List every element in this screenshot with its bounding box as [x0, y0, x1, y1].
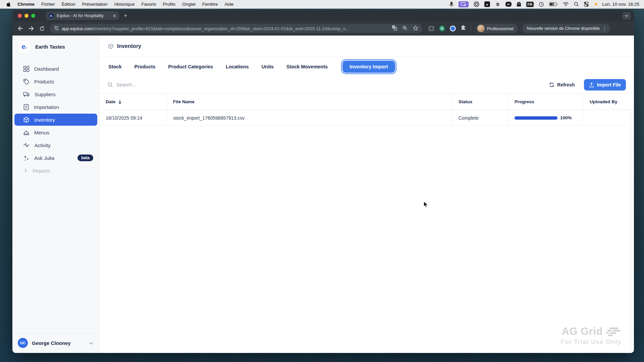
menu-edition[interactable]: Édition	[62, 2, 75, 7]
mouse-cursor	[423, 201, 428, 208]
sidebar-item-dashboard[interactable]: Dashboard	[14, 63, 97, 75]
close-window-button[interactable]	[18, 14, 22, 18]
cell-status: Complete	[452, 110, 508, 126]
vertical-scrollbar[interactable]	[630, 110, 634, 353]
column-header-uploaded-by[interactable]: Uploaded By	[584, 94, 634, 110]
search-input[interactable]	[116, 82, 204, 87]
user-avatar: GC	[18, 338, 28, 348]
chrome-update-chip[interactable]: Nouvelle version de Chrome disponible ⋮	[522, 24, 610, 33]
tab-stock-movements[interactable]: Stock Movements	[286, 64, 328, 69]
menu-fenetre[interactable]: Fenêtre	[202, 2, 218, 7]
url-domain: app.eqolux.com	[62, 26, 93, 31]
back-button[interactable]	[16, 24, 25, 33]
menu-onglet[interactable]: Onglet	[182, 2, 196, 7]
menu-fichier[interactable]: Fichier	[41, 2, 55, 7]
update-chip-label: Nouvelle version de Chrome disponible	[527, 26, 600, 31]
grid-controls: Refresh Import File	[100, 76, 634, 93]
dashboard-grid-icon	[23, 66, 30, 72]
main-content: Inventory Stock Products Product Categor…	[100, 36, 634, 353]
menu-historique[interactable]: Historique	[114, 2, 135, 7]
pulse-icon	[23, 143, 30, 147]
chrome-menu-icon[interactable]: ⋮	[602, 26, 607, 31]
screen-recorder-extension-icon[interactable]	[428, 26, 434, 31]
sidebar-item-reports[interactable]: Reports	[14, 165, 97, 177]
grammarly-extension-icon[interactable]: G	[439, 25, 445, 32]
tab-strip: e. Eqolux - AI for Hospitality ✕ +	[12, 10, 634, 21]
import-file-label: Import File	[597, 82, 621, 87]
sidebar-item-inventory[interactable]: Inventory	[14, 114, 97, 126]
sidebar-item-label: Inventory	[34, 117, 55, 123]
forward-button[interactable]	[26, 24, 36, 33]
column-header-date[interactable]: Date	[100, 94, 167, 110]
menu-favoris[interactable]: Favoris	[141, 2, 156, 7]
input-source-badge[interactable]: FR	[526, 2, 534, 7]
import-file-button[interactable]: Import File	[584, 79, 626, 90]
url-text[interactable]: app.eqolux.com/inventory?supplier_profil…	[62, 26, 389, 31]
tab-search-button[interactable]	[623, 12, 631, 19]
ghost-app-icon[interactable]	[517, 1, 521, 7]
watermark-subtitle: For Trial Use Only	[560, 338, 621, 346]
extensions-puzzle-icon[interactable]	[461, 25, 466, 32]
translate-icon[interactable]: G文	[392, 25, 397, 32]
menu-presentation[interactable]: Présentation	[82, 2, 108, 7]
sidebar-item-ask-julia[interactable]: Ask Julia beta	[14, 152, 97, 164]
tab-products[interactable]: Products	[135, 64, 156, 69]
site-settings-icon[interactable]	[54, 25, 59, 32]
zoom-window-button[interactable]	[31, 14, 35, 18]
new-tab-button[interactable]: +	[124, 12, 127, 19]
menubar-clock[interactable]: Lun. 10 nov. 16:25	[602, 2, 639, 7]
tab-stock[interactable]: Stock	[108, 64, 122, 69]
sidebar-item-label: Reports	[33, 168, 50, 174]
table-row[interactable]: 16/10/2025 09:14 stock_import_1760598857…	[100, 110, 634, 126]
tab-locations[interactable]: Locations	[226, 64, 249, 69]
user-name: George Clooney	[32, 340, 71, 346]
sidebar-item-menus[interactable]: Menus	[14, 126, 97, 138]
refresh-icon	[549, 82, 554, 87]
minimize-window-button[interactable]	[24, 14, 29, 18]
tab-product-categories[interactable]: Product Categories	[168, 64, 213, 69]
sidebar-item-suppliers[interactable]: Suppliers	[14, 88, 97, 100]
circled-o-icon[interactable]	[474, 1, 479, 7]
triangle-app-icon[interactable]: ▲	[484, 1, 490, 7]
reload-button[interactable]	[37, 24, 47, 33]
tab-units[interactable]: Units	[262, 64, 274, 69]
refresh-button[interactable]: Refresh	[546, 80, 578, 89]
screen-sharing-icon[interactable]	[459, 1, 469, 7]
openai-icon[interactable]	[495, 1, 500, 7]
workspace-header[interactable]: e. Earth Tastes	[12, 36, 99, 58]
microphone-icon[interactable]	[449, 1, 453, 7]
tab-close-icon[interactable]: ✕	[113, 13, 116, 18]
tab-inventory-import[interactable]: Inventory Import	[342, 61, 395, 73]
profile-chip[interactable]: Professionnel	[476, 24, 518, 33]
inventory-tabs: Stock Products Product Categories Locati…	[100, 57, 634, 76]
zoom-page-icon[interactable]	[402, 25, 408, 32]
mic-in-use-dot	[595, 3, 597, 5]
column-label: Progress	[515, 99, 534, 104]
menu-profils[interactable]: Profils	[163, 2, 176, 7]
creative-cloud-icon[interactable]: ∞	[505, 2, 512, 7]
browser-window: e. Eqolux - AI for Hospitality ✕ +	[12, 10, 634, 353]
bookmark-star-icon[interactable]	[413, 25, 418, 32]
date-value: 16/10/2025 09:14	[106, 115, 142, 121]
search-box[interactable]	[108, 82, 218, 87]
battery-icon[interactable]	[549, 1, 558, 7]
sidebar-item-products[interactable]: Products	[14, 75, 97, 87]
progress-bar	[515, 116, 557, 120]
column-header-file-name[interactable]: File Name	[167, 94, 452, 110]
apple-logo-icon[interactable]	[6, 1, 11, 7]
url-bar[interactable]: app.eqolux.com/inventory?supplier_profil…	[50, 24, 422, 33]
refresh-label: Refresh	[557, 82, 575, 87]
user-menu[interactable]: GC George Clooney	[12, 333, 99, 353]
control-center-icon[interactable]	[584, 1, 590, 7]
column-header-status[interactable]: Status	[452, 94, 508, 110]
password-extension-icon[interactable]	[450, 25, 456, 32]
time-machine-icon[interactable]	[539, 1, 544, 7]
browser-tab[interactable]: e. Eqolux - AI for Hospitality ✕	[46, 11, 119, 20]
column-header-progress[interactable]: Progress	[508, 94, 584, 110]
sidebar-item-importation[interactable]: Importation	[14, 101, 97, 113]
menubar-app-name[interactable]: Chrome	[17, 2, 35, 7]
menu-aide[interactable]: Aide	[225, 2, 234, 7]
wifi-icon[interactable]	[563, 1, 569, 7]
spotlight-icon[interactable]	[574, 1, 579, 7]
sidebar-item-activity[interactable]: Activity	[14, 139, 97, 151]
